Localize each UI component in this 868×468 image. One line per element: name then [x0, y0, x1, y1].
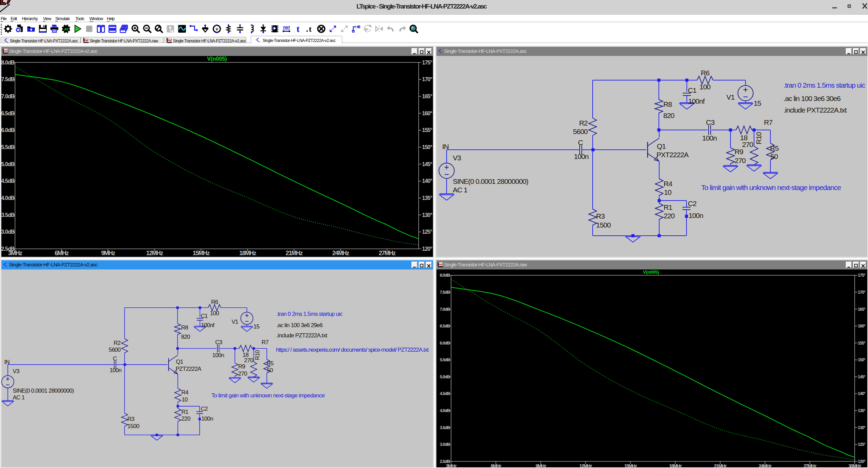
svg-text:net: net [283, 25, 290, 30]
svg-text:v: v [216, 26, 218, 31]
svg-text:t: t [309, 25, 312, 33]
svg-text:.ac: .ac [63, 27, 69, 31]
svg-text:t: t [296, 24, 300, 33]
